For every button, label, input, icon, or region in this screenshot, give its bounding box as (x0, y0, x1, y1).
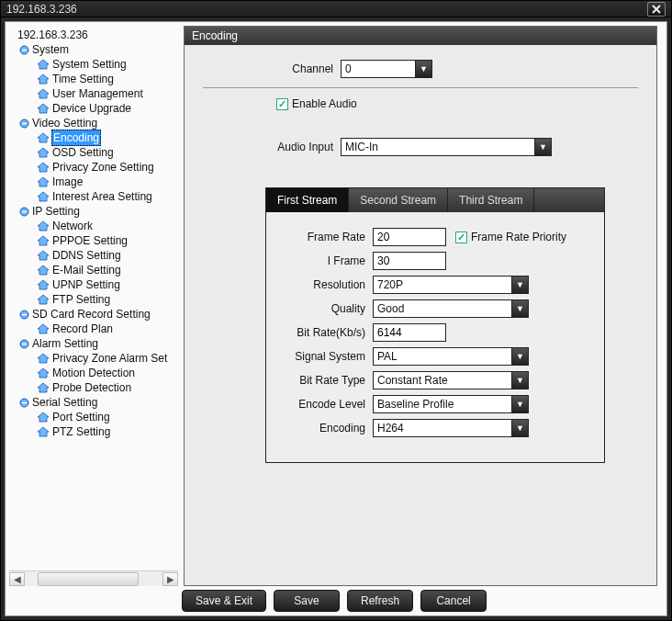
resolution-select[interactable]: 720P ▼ (373, 276, 529, 294)
chevron-down-icon: ▼ (511, 372, 528, 389)
window-title: 192.168.3.236 (6, 3, 77, 16)
tree-group[interactable]: Alarm Setting (13, 336, 178, 351)
close-icon (652, 5, 661, 14)
house-icon (37, 353, 50, 364)
tree-item[interactable]: UPNP Setting (13, 277, 178, 292)
enclevel-label: Encode Level (281, 398, 373, 411)
panel-title: Encoding (185, 27, 656, 45)
house-icon (37, 103, 50, 114)
collapse-icon[interactable] (18, 206, 29, 217)
tree-item[interactable]: Privacy Zone Alarm Set (13, 351, 178, 366)
tree-item[interactable]: Image (13, 175, 178, 189)
tree-item[interactable]: Port Setting (13, 410, 178, 424)
house-icon (37, 265, 50, 276)
house-icon (37, 162, 50, 173)
collapse-icon[interactable] (18, 338, 29, 349)
chevron-down-icon: ▼ (511, 300, 528, 317)
sidebar-hscroll[interactable]: ◀ ▶ (9, 570, 178, 586)
brtype-value: Constant Rate (377, 374, 448, 387)
tree-item[interactable]: User Management (13, 86, 178, 101)
tree-item[interactable]: Privacy Zone Setting (13, 160, 178, 175)
collapse-icon[interactable] (18, 44, 29, 55)
scroll-track[interactable] (25, 572, 162, 586)
quality-select[interactable]: Good ▼ (373, 299, 529, 318)
audio-input-select[interactable]: MIC-In ▼ (341, 138, 552, 156)
collapse-icon[interactable] (18, 397, 29, 408)
iframe-input[interactable] (373, 252, 446, 270)
tree-item[interactable]: Motion Detection (13, 366, 178, 380)
save-button[interactable]: Save (274, 590, 340, 612)
collapse-icon[interactable] (18, 309, 29, 320)
house-icon (37, 412, 50, 423)
close-button[interactable] (647, 2, 666, 17)
encoding-select[interactable]: H264 ▼ (373, 419, 529, 437)
resolution-label: Resolution (281, 278, 373, 291)
tree-root-node[interactable]: 192.168.3.236 (13, 28, 178, 42)
house-icon (37, 132, 50, 143)
audio-input-value: MIC-In (345, 141, 378, 153)
house-icon (37, 250, 50, 261)
brtype-label: Bit Rate Type (281, 374, 373, 387)
tree-group[interactable]: Video Setting (13, 116, 178, 130)
divider (203, 87, 638, 88)
tree-item[interactable]: Network (13, 219, 178, 233)
frame-rate-priority-checkbox[interactable]: ✓ Frame Rate Priority (455, 231, 566, 243)
tree-item[interactable]: E-Mail Setting (13, 263, 178, 277)
tree-item[interactable]: PPPOE Setting (13, 233, 178, 248)
signal-value: PAL (377, 350, 398, 363)
tree-group[interactable]: Serial Setting (13, 395, 178, 410)
sidebar: 192.168.3.236SystemSystem SettingTime Se… (9, 26, 178, 586)
house-icon (37, 191, 50, 202)
tree-group[interactable]: IP Setting (13, 204, 178, 219)
enable-audio-label: Enable Audio (292, 97, 357, 110)
house-icon (37, 382, 50, 393)
tree-item[interactable]: OSD Setting (13, 145, 178, 160)
channel-select[interactable]: 0 ▼ (341, 60, 432, 78)
refresh-button[interactable]: Refresh (347, 590, 413, 612)
tree-item[interactable]: Encoding (13, 130, 178, 145)
cancel-button[interactable]: Cancel (420, 590, 487, 612)
collapse-icon[interactable] (18, 118, 29, 129)
scroll-right-icon[interactable]: ▶ (162, 572, 178, 586)
stream-tabs: First Stream Second Stream Third Stream (266, 188, 604, 212)
bitrate-input[interactable] (373, 323, 446, 342)
chevron-down-icon: ▼ (534, 139, 551, 155)
bitrate-label: Bit Rate(Kb/s) (281, 326, 373, 339)
house-icon (37, 323, 50, 334)
scroll-left-icon[interactable]: ◀ (9, 572, 25, 586)
bitrate-type-select[interactable]: Constant Rate ▼ (373, 371, 529, 390)
tab-third-stream[interactable]: Third Stream (448, 188, 534, 212)
tree-group[interactable]: System (13, 42, 178, 57)
tree-item[interactable]: Time Setting (13, 72, 178, 86)
house-icon (37, 147, 50, 158)
house-icon (37, 73, 50, 85)
quality-label: Quality (281, 302, 373, 315)
enable-audio-checkbox[interactable]: ✓ Enable Audio (276, 97, 357, 110)
save-exit-button[interactable]: Save & Exit (182, 590, 266, 612)
audio-input-label: Audio Input (240, 141, 341, 153)
signal-system-select[interactable]: PAL ▼ (373, 347, 529, 366)
tree-item[interactable]: Interest Area Setting (13, 189, 178, 204)
tree-item[interactable]: System Setting (13, 57, 178, 72)
house-icon (37, 88, 50, 99)
channel-value: 0 (345, 62, 352, 75)
tree-item[interactable]: PTZ Setting (13, 424, 178, 439)
house-icon (37, 220, 50, 231)
chevron-down-icon: ▼ (511, 348, 528, 365)
tree-item[interactable]: DDNS Setting (13, 248, 178, 263)
encoding-value: H264 (377, 422, 404, 435)
quality-value: Good (377, 302, 404, 315)
house-icon (37, 367, 50, 378)
tree-item[interactable]: Device Upgrade (13, 101, 178, 116)
chevron-down-icon: ▼ (511, 396, 528, 412)
scroll-thumb[interactable] (38, 572, 139, 586)
tree-group[interactable]: SD Card Record Setting (13, 307, 178, 322)
chevron-down-icon: ▼ (511, 420, 528, 436)
tree-item[interactable]: Record Plan (13, 322, 178, 336)
tab-second-stream[interactable]: Second Stream (349, 188, 448, 212)
encode-level-select[interactable]: Baseline Profile ▼ (373, 395, 529, 413)
tab-first-stream[interactable]: First Stream (266, 188, 349, 212)
frame-rate-input[interactable] (373, 228, 446, 246)
tree-item[interactable]: Probe Detection (13, 380, 178, 395)
tree-item[interactable]: FTP Setting (13, 292, 178, 307)
